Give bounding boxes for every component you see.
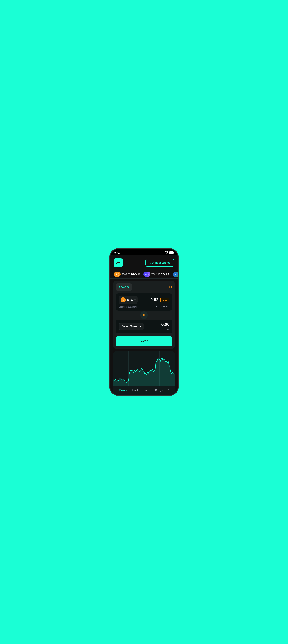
- signal-bar-3: [163, 252, 163, 254]
- ticker-btc-amount: 7562.33 BTC-LP: [122, 273, 140, 276]
- wifi-icon: [165, 251, 168, 254]
- ticker-stx-amount: 7562.33 STX-LP: [152, 273, 170, 276]
- stx-lp-icon: ✶ ✶: [143, 272, 150, 277]
- ticker-item-usdc-lp: $ ₮ 75: [173, 272, 178, 277]
- bottom-nav: Swap Pool Earn Bridge ⌃: [113, 386, 175, 395]
- swap-card: Swap ⚙ ₿ BTC ▾ 0.02 Max: [113, 281, 175, 349]
- stx-coin1: ✶: [143, 272, 148, 277]
- from-token-row: ₿ BTC ▾ 0.02 Max Balance: 1.17BTC =$ 1,4…: [116, 294, 172, 310]
- signal-bar-4: [164, 252, 164, 254]
- usdc-lp-icon: $ ₮: [173, 272, 178, 277]
- to-token-row: Select Token ▾ 0.00 =$0: [116, 320, 172, 333]
- battery-fill: [170, 252, 173, 253]
- ticker-btc-label: BTC-LP: [131, 273, 140, 276]
- to-token-right: 0.00 =$0: [161, 322, 170, 331]
- swap-title-tab: Swap: [116, 284, 132, 291]
- signal-bar-2: [162, 252, 162, 254]
- from-token-select-row: ₿ BTC ▾ 0.02 Max: [118, 296, 170, 304]
- select-token-text: Select Token: [121, 325, 138, 328]
- signal-bars-icon: [161, 252, 164, 254]
- status-bar: 9:41: [110, 249, 178, 256]
- swap-title: Swap: [119, 285, 129, 289]
- app-header: Connect Wallet: [110, 256, 178, 270]
- signal-bar-1: [161, 253, 162, 254]
- settings-icon[interactable]: ⚙: [168, 285, 172, 290]
- status-time: 9:41: [114, 251, 120, 254]
- swap-arrows-icon: ⇅: [142, 313, 146, 317]
- from-token-selector[interactable]: ₿ BTC ▾: [118, 296, 137, 304]
- nav-item-swap[interactable]: Swap: [118, 388, 128, 392]
- ticker-item-stx-lp: ✶ ✶ 7562.33 STX-LP: [143, 272, 170, 277]
- to-token-usd: =$0: [166, 328, 170, 331]
- phone-frame: 9:41: [110, 249, 178, 395]
- to-token-left: Select Token ▾: [118, 323, 144, 330]
- btc-lp-icon: ₿ ₿: [114, 272, 120, 277]
- usdc-coin1: $: [173, 272, 178, 277]
- ticker-stx-label: STX-LP: [161, 273, 170, 276]
- nav-item-bridge[interactable]: Bridge: [154, 388, 165, 392]
- from-token-chevron-icon: ▾: [134, 298, 135, 301]
- nav-item-pool[interactable]: Pool: [131, 388, 139, 392]
- swap-arrows-container: ⇅: [116, 311, 172, 319]
- price-chart: [113, 351, 175, 386]
- select-token-chevron-icon: ▾: [140, 325, 141, 328]
- connect-wallet-button[interactable]: Connect Wallet: [146, 259, 174, 267]
- battery-icon: [169, 252, 174, 254]
- from-token-name: BTC: [127, 298, 133, 302]
- btc-coin1: ₿: [114, 272, 118, 277]
- nav-item-earn[interactable]: Earn: [142, 388, 151, 392]
- from-amount-area: 0.02 Max: [151, 298, 170, 302]
- ticker-item-btc-lp: ₿ ₿ 7562.33 BTC-LP: [114, 272, 140, 277]
- swap-card-header: Swap ⚙: [116, 284, 172, 291]
- app-logo: [114, 258, 123, 267]
- btc-icon: ₿: [121, 297, 126, 302]
- to-token-amount[interactable]: 0.00: [161, 322, 170, 327]
- swap-direction-button[interactable]: ⇅: [140, 311, 148, 319]
- max-button[interactable]: Max: [160, 298, 170, 302]
- app-content: Connect Wallet ₿ ₿ 7562.33 BTC-LP ✶ ✶ 75: [110, 256, 178, 395]
- status-icons: [161, 251, 174, 254]
- to-token-inner: Select Token ▾ 0.00 =$0: [118, 322, 170, 331]
- from-token-bottom-row: Balance: 1.17BTC =$ 1,431.38..: [118, 305, 170, 308]
- chart-container: [113, 351, 175, 386]
- swap-action-button[interactable]: Swap: [116, 336, 172, 346]
- from-token-balance: Balance: 1.17BTC: [118, 306, 137, 308]
- select-token-button[interactable]: Select Token ▾: [118, 323, 144, 330]
- from-token-usd: =$ 1,431.38..: [156, 306, 170, 308]
- nav-expand-icon[interactable]: ⌃: [167, 388, 170, 392]
- token-ticker: ₿ ₿ 7562.33 BTC-LP ✶ ✶ 7562.33 STX-LP $: [110, 270, 178, 278]
- from-token-amount[interactable]: 0.02: [151, 298, 159, 302]
